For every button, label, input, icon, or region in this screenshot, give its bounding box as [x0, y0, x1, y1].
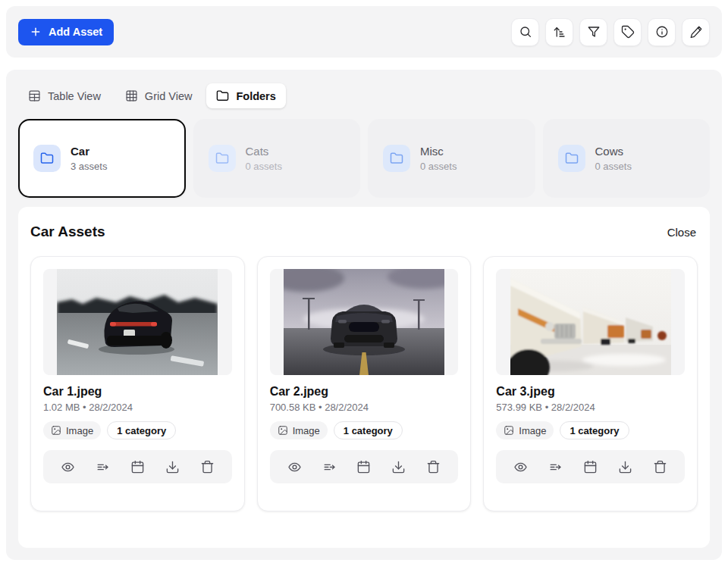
plus-icon [30, 26, 42, 38]
folder-count: 0 assets [420, 161, 457, 172]
calendar-button[interactable] [580, 457, 601, 477]
folder-name: Cows [595, 145, 632, 158]
tab-label: Grid View [145, 90, 193, 102]
download-icon [618, 460, 632, 474]
folder-chip [209, 145, 236, 172]
trash-icon [653, 460, 667, 474]
calendar-icon [130, 460, 145, 474]
folder-chip [383, 145, 410, 172]
folder-name: Car [71, 145, 107, 158]
asset-meta: 573.99 KB • 28/2/2024 [496, 402, 685, 413]
sort-button[interactable] [545, 18, 573, 46]
folder-name: Misc [420, 145, 457, 158]
asset-thumbnail-car-3 [496, 269, 685, 375]
tab-folders[interactable]: Folders [206, 83, 285, 108]
download-button[interactable] [162, 457, 183, 477]
tag-button[interactable] [613, 18, 642, 46]
folder-icon [216, 89, 229, 102]
tab-table-view[interactable]: Table View [18, 83, 111, 108]
folder-count: 3 assets [71, 161, 107, 172]
folder-icon [215, 152, 229, 165]
asset-card-car-2: Car 2.jpeg 700.58 KB • 28/2/2024 Image 1… [257, 256, 472, 511]
forward-button[interactable] [319, 457, 340, 477]
preview-button[interactable] [510, 457, 531, 477]
asset-meta: 700.58 KB • 28/2/2024 [270, 402, 459, 413]
asset-action-bar [270, 450, 459, 483]
folder-count: 0 assets [246, 161, 282, 172]
trash-icon [426, 460, 441, 474]
table-icon [28, 89, 41, 102]
calendar-icon [356, 460, 371, 474]
car-2-photo [284, 269, 444, 375]
workspace-panel: Table View Grid View Folders Car 3 asset… [6, 70, 722, 560]
asset-manager-app: Add Asset [0, 0, 728, 566]
filter-icon [587, 25, 601, 39]
edit-button[interactable] [682, 18, 710, 46]
folder-chip [558, 145, 585, 172]
image-icon [51, 425, 61, 436]
search-button[interactable] [511, 18, 539, 46]
toolbar-actions [511, 18, 710, 46]
asset-action-bar [43, 450, 232, 483]
download-icon [165, 460, 180, 474]
panel-title: Car Assets [30, 224, 105, 240]
asset-badges: Image 1 category [43, 421, 232, 439]
sort-ascending-icon [553, 25, 566, 39]
folder-icon [565, 152, 579, 165]
info-button[interactable] [648, 18, 676, 46]
grid-icon [125, 89, 138, 102]
close-button[interactable]: Close [667, 226, 696, 239]
asset-filename: Car 2.jpeg [270, 385, 459, 399]
car-1-photo [57, 269, 218, 375]
download-button[interactable] [388, 457, 409, 477]
asset-card-car-3: Car 3.jpeg 573.99 KB • 28/2/2024 Image 1… [483, 256, 698, 511]
eye-icon [513, 460, 528, 474]
asset-thumbnail-car-2 [270, 269, 459, 375]
delete-button[interactable] [650, 457, 670, 477]
view-tabs: Table View Grid View Folders [18, 83, 710, 108]
eye-icon [287, 460, 302, 474]
folder-grid: Car 3 assets Cats 0 assets Misc [18, 119, 710, 198]
trash-icon [200, 460, 215, 474]
asset-filename: Car 3.jpeg [496, 385, 685, 399]
tab-grid-view[interactable]: Grid View [115, 83, 202, 108]
download-icon [391, 460, 406, 474]
calendar-button[interactable] [353, 457, 374, 477]
delete-button[interactable] [197, 457, 218, 477]
filter-button[interactable] [579, 18, 607, 46]
folder-card-cats[interactable]: Cats 0 assets [193, 119, 361, 198]
category-badge: 1 category [107, 421, 176, 439]
tab-label: Table View [48, 90, 101, 102]
folder-card-misc[interactable]: Misc 0 assets [368, 119, 535, 198]
preview-button[interactable] [284, 457, 305, 477]
folder-name: Cats [246, 145, 282, 158]
type-badge: Image [270, 421, 328, 439]
image-icon [278, 425, 288, 436]
tab-label: Folders [236, 90, 275, 102]
panel-header: Car Assets Close [30, 219, 698, 240]
folder-card-cows[interactable]: Cows 0 assets [543, 119, 711, 198]
forward-button[interactable] [93, 457, 113, 477]
delete-button[interactable] [423, 457, 444, 477]
category-badge: 1 category [560, 421, 629, 439]
add-asset-label: Add Asset [49, 26, 102, 38]
car-3-photo [510, 269, 671, 375]
category-badge: 1 category [334, 421, 403, 439]
asset-card-car-1: Car 1.jpeg 1.02 MB • 28/2/2024 Image 1 c… [30, 256, 245, 511]
folder-assets-panel: Car Assets Close [18, 207, 710, 548]
eye-icon [61, 460, 75, 474]
forward-list-icon [322, 460, 337, 474]
asset-badges: Image 1 category [270, 421, 459, 439]
forward-button[interactable] [545, 457, 566, 477]
folder-icon [390, 152, 403, 165]
folder-icon [40, 152, 54, 165]
calendar-button[interactable] [127, 457, 148, 477]
folder-card-car[interactable]: Car 3 assets [18, 119, 186, 198]
download-button[interactable] [615, 457, 635, 477]
asset-filename: Car 1.jpeg [43, 385, 232, 399]
folder-chip [33, 145, 61, 172]
type-badge: Image [43, 421, 101, 439]
asset-meta: 1.02 MB • 28/2/2024 [43, 402, 232, 413]
add-asset-button[interactable]: Add Asset [18, 19, 114, 45]
preview-button[interactable] [58, 457, 78, 477]
